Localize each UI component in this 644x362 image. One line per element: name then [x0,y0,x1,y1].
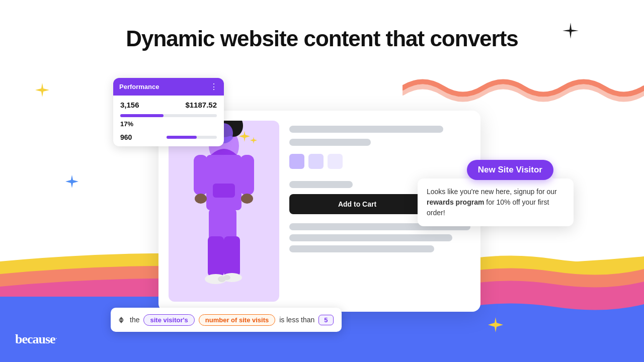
svg-rect-16 [208,236,224,277]
popup-bold-text: rewards program [427,198,484,206]
svg-point-13 [195,194,207,204]
new-site-visitor-badge: New Site Visitor [467,160,553,180]
perf-metric1-value: $1187.52 [185,101,217,109]
condition-bar: the site visitor's number of site visits… [111,308,342,332]
condition-chip2[interactable]: number of site visits [199,314,275,326]
swatch-purple[interactable] [289,154,304,169]
wavy-decoration [403,73,644,103]
product-subtitle-bar [289,139,371,146]
svg-point-21 [223,275,230,280]
perf-menu-button[interactable]: ⋮ [210,82,218,92]
desc-bar2 [289,234,452,241]
desc-bar3 [289,245,434,252]
gold-sparkle [488,317,503,334]
svg-rect-17 [224,236,240,277]
condition-the-label: the [130,316,139,324]
condition-number[interactable]: 5 [318,315,333,325]
logo-superscript: · [55,334,57,342]
condition-arrows[interactable] [119,317,124,323]
svg-rect-12 [240,155,254,195]
condition-middle-label: is less than [279,316,314,324]
sparkle-mid-left [65,175,78,188]
color-swatches [289,154,470,169]
detail-bar1 [289,181,353,188]
product-sparkle [239,131,250,144]
perf-metric1-number: 3,156 [120,101,139,109]
sparkle-top-right [562,23,579,39]
sparkle-top-left [35,83,49,97]
swatch-lavender[interactable] [328,154,343,169]
visitor-popup: Looks like you're new here, signup for o… [418,178,574,226]
perf-metric3-number: 960 [120,133,132,141]
svg-point-14 [241,194,253,204]
swatch-light-purple[interactable] [308,154,324,169]
product-image [169,121,279,302]
popup-text-before: Looks like you're new here, signup for o… [427,188,557,196]
perf-tab-label: Performance [119,83,159,90]
performance-widget: Performance ⋮ 3,156 $1187.52 17% 960 [113,78,224,146]
page-title: Dynamic website content that converts [0,26,644,51]
svg-rect-9 [206,155,242,210]
logo-text: because [15,332,55,346]
product-sparkle2 [250,137,257,146]
product-title-bar [289,126,443,133]
add-to-cart-button[interactable]: Add to Cart [289,194,425,214]
svg-rect-11 [194,155,208,195]
condition-chip1[interactable]: site visitor's [143,314,194,326]
perf-metric2-percent: 17% [120,120,133,128]
because-logo: because· [15,332,57,347]
svg-rect-10 [213,184,235,198]
